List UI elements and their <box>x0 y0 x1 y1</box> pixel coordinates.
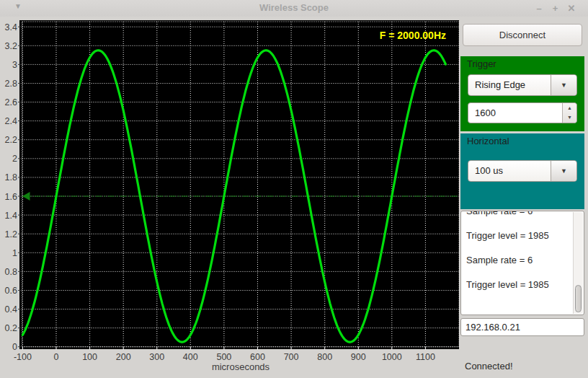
chevron-down-icon: ▼ <box>561 167 567 175</box>
svg-text:700: 700 <box>284 352 299 362</box>
svg-text:2: 2 <box>12 154 17 164</box>
svg-text:0: 0 <box>12 342 17 352</box>
svg-text:1100: 1100 <box>416 352 435 362</box>
trigger-group: Trigger Rising Edge ▼ 1600 ▲ ▼ <box>460 56 584 131</box>
svg-text:microseconds: microseconds <box>212 361 270 372</box>
horizontal-group: Horizontal 100 us ▼ <box>460 133 584 209</box>
log-content: Sample rate = 6 Trigger level = 1985 Sam… <box>466 211 584 291</box>
svg-text:1.8: 1.8 <box>5 172 17 183</box>
svg-text:1.4: 1.4 <box>5 211 17 221</box>
spin-down-icon[interactable]: ▼ <box>563 113 576 122</box>
window-title: Wireless Scope <box>0 2 588 13</box>
svg-text:0.6: 0.6 <box>5 286 17 296</box>
trigger-edge-value: Rising Edge <box>475 79 525 90</box>
window-controls: – + ✕ <box>533 1 578 14</box>
ip-address-input[interactable] <box>460 318 584 336</box>
log-area[interactable]: Sample rate = 6 Trigger level = 1985 Sam… <box>460 211 584 315</box>
svg-text:600: 600 <box>250 352 265 362</box>
svg-text:0: 0 <box>54 352 59 362</box>
timebase-select[interactable]: 100 us ▼ <box>468 160 577 182</box>
svg-text:0.4: 0.4 <box>5 304 17 315</box>
timebase-value: 100 us <box>475 165 503 176</box>
log-scrollbar-thumb[interactable] <box>575 285 582 312</box>
svg-text:400: 400 <box>183 352 198 362</box>
horizontal-group-label: Horizontal <box>467 136 509 146</box>
trigger-edge-select[interactable]: Rising Edge ▼ <box>468 74 577 96</box>
trigger-group-label: Trigger <box>467 58 496 69</box>
svg-text:1.2: 1.2 <box>5 229 17 239</box>
titlebar: ▼ Wireless Scope – + ✕ <box>0 0 588 17</box>
svg-text:1: 1 <box>12 248 17 258</box>
svg-text:300: 300 <box>149 352 164 362</box>
trigger-level-spinbox[interactable]: 1600 ▲ ▼ <box>468 102 577 123</box>
svg-text:0.8: 0.8 <box>5 267 17 277</box>
log-scrollbar[interactable] <box>573 212 583 314</box>
svg-text:2.2: 2.2 <box>5 135 17 145</box>
svg-text:500: 500 <box>216 352 231 362</box>
svg-text:2.8: 2.8 <box>5 79 17 89</box>
svg-text:3: 3 <box>12 60 17 70</box>
svg-text:1.6: 1.6 <box>5 192 17 202</box>
svg-text:3.4: 3.4 <box>5 22 17 32</box>
trigger-edge-dropdown-button[interactable]: ▼ <box>551 75 576 95</box>
svg-text:3.2: 3.2 <box>5 41 17 51</box>
wireless-scope-window: ▼ Wireless Scope – + ✕ -1000100200300400… <box>0 0 588 378</box>
disconnect-button[interactable]: Disconnect <box>463 24 582 46</box>
maximize-button[interactable]: + <box>549 3 562 14</box>
spinbox-buttons: ▲ ▼ <box>562 103 576 123</box>
svg-text:1000: 1000 <box>382 352 402 362</box>
oscilloscope-plot[interactable]: -100010020030040050060070080090010001100… <box>0 17 461 378</box>
svg-text:900: 900 <box>351 352 366 362</box>
connection-status: Connected! <box>465 361 513 372</box>
svg-text:800: 800 <box>317 352 332 362</box>
svg-text:-100: -100 <box>14 352 32 362</box>
minimize-button[interactable]: – <box>533 3 545 14</box>
timebase-dropdown-button[interactable]: ▼ <box>551 161 576 181</box>
svg-text:200: 200 <box>116 352 131 362</box>
plot-canvas[interactable]: -100010020030040050060070080090010001100… <box>0 17 461 378</box>
svg-text:0.2: 0.2 <box>5 323 17 333</box>
svg-text:2.6: 2.6 <box>5 97 17 107</box>
spin-up-icon[interactable]: ▲ <box>563 103 576 113</box>
trigger-level-value: 1600 <box>475 107 496 118</box>
svg-text:100: 100 <box>82 352 97 362</box>
chevron-down-icon: ▼ <box>561 82 567 89</box>
svg-text:F = 2000.00Hz: F = 2000.00Hz <box>380 30 446 41</box>
close-button[interactable]: ✕ <box>565 3 578 14</box>
svg-text:2.4: 2.4 <box>5 116 17 126</box>
